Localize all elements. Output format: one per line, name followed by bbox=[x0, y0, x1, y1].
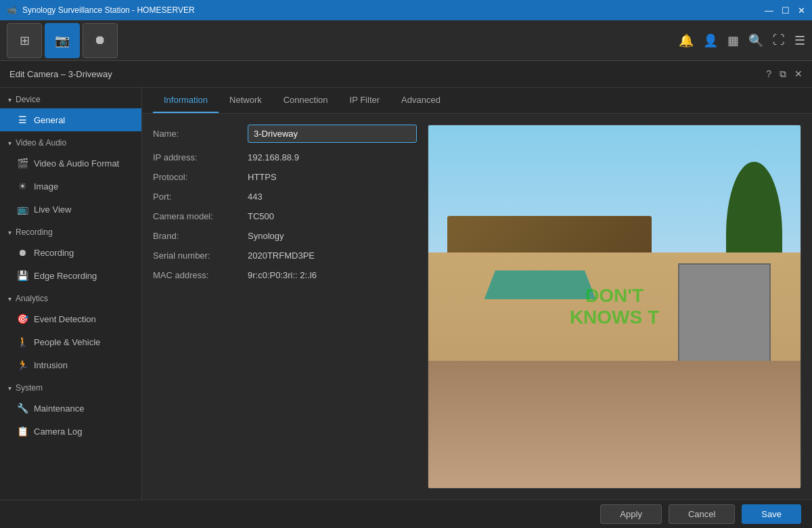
system-section-header[interactable]: ▾ System bbox=[0, 376, 141, 397]
ip-row: IP address: 192.168.88.9 bbox=[153, 152, 417, 162]
titlebar-controls: — ☐ ✕ bbox=[765, 5, 805, 16]
video-audio-section-header[interactable]: ▾ Video & Audio bbox=[0, 131, 141, 152]
recording-section-header[interactable]: ▾ Recording bbox=[0, 221, 141, 241]
camera-toolbar-button[interactable]: 📷 bbox=[45, 23, 80, 58]
layout-icon[interactable]: ▦ bbox=[727, 33, 739, 48]
toolbar-left: ⊞ 📷 ⏺ bbox=[7, 23, 118, 58]
notification-icon[interactable]: 🔔 bbox=[679, 33, 694, 48]
name-input[interactable] bbox=[248, 125, 417, 143]
app-logo-icon: 📹 bbox=[7, 5, 17, 15]
menu-icon[interactable]: ☰ bbox=[794, 33, 805, 48]
sidebar-item-image[interactable]: ☀ Image bbox=[0, 175, 141, 198]
form-section: Name: IP address: 192.168.88.9 Protocol:… bbox=[153, 125, 417, 489]
sidebar-item-video-audio-format-label: Video & Audio Format bbox=[34, 158, 119, 169]
awning-area bbox=[484, 270, 596, 299]
model-row: Camera model: TC500 bbox=[153, 211, 417, 221]
sidebar-item-recording-label: Recording bbox=[34, 248, 74, 258]
minimize-button[interactable]: — bbox=[765, 5, 773, 16]
sidebar-item-people-vehicle[interactable]: 🚶 People & Vehicle bbox=[0, 330, 141, 353]
sidebar-item-maintenance-label: Maintenance bbox=[34, 403, 84, 414]
model-value: TC500 bbox=[248, 211, 417, 221]
close-button[interactable]: ✕ bbox=[798, 5, 805, 16]
record-icon: ⏺ bbox=[94, 33, 106, 47]
camera-icon: 📷 bbox=[55, 33, 70, 48]
port-value: 443 bbox=[248, 192, 417, 202]
maximize-button[interactable]: ☐ bbox=[782, 5, 790, 16]
brand-value: Synology bbox=[248, 231, 417, 241]
recording-section-label: Recording bbox=[16, 227, 53, 237]
maintenance-icon: 🔧 bbox=[16, 403, 28, 414]
serial-value: 2020TRFMD3PE bbox=[248, 250, 417, 261]
footer: Apply Cancel Save bbox=[0, 500, 812, 528]
name-row: Name: bbox=[153, 125, 417, 143]
camera-preview: DON'T KNOWS T bbox=[428, 125, 801, 489]
tabs-bar: Information Network Connection IP Filter… bbox=[142, 88, 812, 114]
sidebar-item-recording[interactable]: ⏺ Recording bbox=[0, 241, 141, 264]
tab-advanced[interactable]: Advanced bbox=[390, 88, 451, 113]
camera-log-icon: 📋 bbox=[16, 426, 28, 437]
sidebar-item-intrusion[interactable]: 🏃 Intrusion bbox=[0, 353, 141, 376]
serial-label: Serial number: bbox=[153, 250, 248, 261]
ip-value: 192.168.88.9 bbox=[248, 152, 417, 162]
sidebar-item-camera-log[interactable]: 📋 Camera Log bbox=[0, 420, 141, 443]
sidebar-item-general-label: General bbox=[34, 115, 65, 125]
content-area: Information Network Connection IP Filter… bbox=[142, 88, 812, 500]
sidebar-item-video-audio-format[interactable]: 🎬 Video & Audio Format bbox=[0, 152, 141, 175]
video-audio-chevron-icon: ▾ bbox=[8, 139, 12, 147]
protocol-label: Protocol: bbox=[153, 172, 248, 182]
subheader: Edit Camera – 3-Driveway ? ⧉ ✕ bbox=[0, 61, 812, 88]
sidebar-item-live-view-label: Live View bbox=[34, 204, 71, 215]
tab-connection[interactable]: Connection bbox=[273, 88, 339, 113]
grid-toolbar-button[interactable]: ⊞ bbox=[7, 23, 42, 58]
sidebar-item-general[interactable]: ☰ General bbox=[0, 108, 141, 131]
sidebar-item-maintenance[interactable]: 🔧 Maintenance bbox=[0, 397, 141, 420]
tab-network[interactable]: Network bbox=[219, 88, 273, 113]
sidebar-item-edge-recording[interactable]: 💾 Edge Recording bbox=[0, 264, 141, 287]
titlebar-title: Synology Surveillance Station - HOMESERV… bbox=[22, 5, 195, 15]
analytics-section-label: Analytics bbox=[16, 294, 48, 303]
port-row: Port: 443 bbox=[153, 192, 417, 202]
content-body: Name: IP address: 192.168.88.9 Protocol:… bbox=[142, 114, 812, 500]
record-toolbar-button[interactable]: ⏺ bbox=[83, 23, 118, 58]
device-section-label: Device bbox=[16, 95, 41, 104]
garage-area bbox=[678, 263, 771, 365]
video-audio-section-label: Video & Audio bbox=[16, 138, 66, 148]
grid-icon: ⊞ bbox=[20, 33, 30, 48]
tab-ip-filter[interactable]: IP Filter bbox=[339, 88, 391, 113]
popout-icon[interactable]: ⧉ bbox=[780, 68, 786, 80]
dialog-close-icon[interactable]: ✕ bbox=[794, 68, 803, 80]
recording-icon: ⏺ bbox=[16, 247, 28, 258]
toolbar-right: 🔔 👤 ▦ 🔍 ⛶ ☰ bbox=[679, 33, 805, 48]
video-audio-format-icon: 🎬 bbox=[16, 158, 28, 169]
titlebar: 📹 Synology Surveillance Station - HOMESE… bbox=[0, 0, 812, 20]
name-label: Name: bbox=[153, 129, 248, 139]
mac-value: 9r:c0:P0:3ri:: 2:.l6 bbox=[248, 270, 417, 280]
sidebar-item-people-vehicle-label: People & Vehicle bbox=[34, 337, 100, 347]
edit-camera-title: Edit Camera – 3-Driveway bbox=[9, 69, 112, 79]
save-button[interactable]: Save bbox=[742, 504, 801, 524]
apply-button[interactable]: Apply bbox=[600, 504, 662, 524]
cancel-button[interactable]: Cancel bbox=[669, 504, 735, 524]
serial-row: Serial number: 2020TRFMD3PE bbox=[153, 250, 417, 261]
fullscreen-icon[interactable]: ⛶ bbox=[773, 33, 785, 47]
tab-information[interactable]: Information bbox=[153, 88, 219, 113]
analytics-section-header[interactable]: ▾ Analytics bbox=[0, 287, 141, 307]
protocol-value: HTTPS bbox=[248, 172, 417, 182]
general-icon: ☰ bbox=[16, 114, 28, 125]
sidebar-item-live-view[interactable]: 📺 Live View bbox=[0, 198, 141, 221]
port-label: Port: bbox=[153, 192, 248, 202]
event-detection-icon: 🎯 bbox=[16, 313, 28, 324]
mac-label: MAC address: bbox=[153, 270, 248, 280]
sidebar-item-event-detection[interactable]: 🎯 Event Detection bbox=[0, 307, 141, 330]
search-icon[interactable]: 🔍 bbox=[748, 33, 763, 48]
model-label: Camera model: bbox=[153, 211, 248, 221]
device-section-header[interactable]: ▾ Device bbox=[0, 88, 141, 108]
protocol-row: Protocol: HTTPS bbox=[153, 172, 417, 182]
recording-chevron-icon: ▾ bbox=[8, 229, 12, 236]
system-section-label: System bbox=[16, 383, 43, 393]
image-icon: ☀ bbox=[16, 181, 28, 192]
titlebar-left: 📹 Synology Surveillance Station - HOMESE… bbox=[7, 5, 195, 15]
user-icon[interactable]: 👤 bbox=[703, 33, 718, 48]
driveway-area bbox=[428, 361, 800, 488]
help-icon[interactable]: ? bbox=[766, 68, 771, 80]
